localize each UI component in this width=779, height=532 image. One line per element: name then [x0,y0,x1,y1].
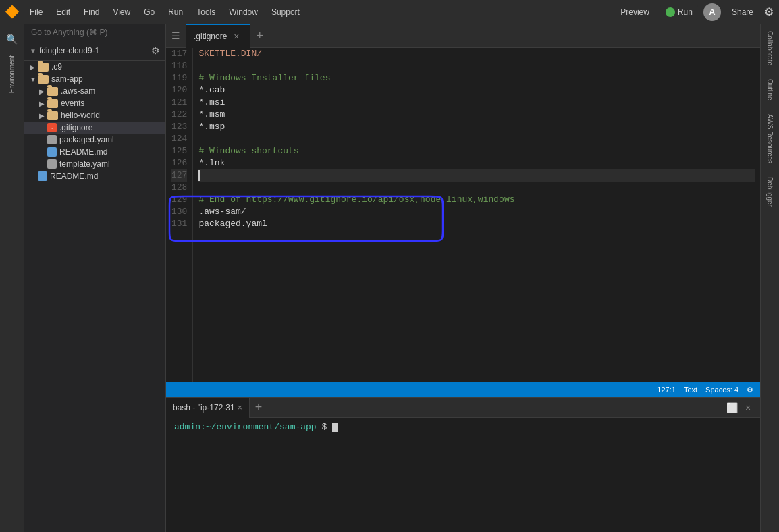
tree-item-label: packaged.yaml [59,135,114,144]
file-tree: ▼ fdingler-cloud9-1 ⚙ ▶ .c9 ▼ sam-app ▶ … [24,24,166,532]
right-sidebar: Collaborate Outline AWS Resources Debugg… [760,24,779,532]
maximize-icon[interactable]: ⬜ [725,401,738,415]
tree-item[interactable]: ▶ events [24,97,165,109]
run-label: Run [678,7,693,17]
menu-edit[interactable]: Edit [51,5,76,20]
run-button[interactable]: Run [660,5,698,20]
terminal-content[interactable]: admin:~/environment/sam-app $ [166,418,760,532]
aws-logo-icon [5,5,19,19]
line-numbers: 117 118 119 120 121 122 123 124 125 126 … [166,48,193,382]
folder-icon [47,87,58,96]
menu-window[interactable]: Window [223,5,263,20]
code-line: .aws-sam/ [198,206,755,218]
menu-support[interactable]: Support [266,5,305,20]
settings-icon[interactable]: ⚙ [747,385,753,394]
share-button[interactable]: Share [726,5,759,20]
tree-item-label: events [61,99,84,108]
tree-item[interactable]: ▶ .c9 [24,61,165,73]
root-readme-file-icon [38,171,47,181]
terminal-tab[interactable]: bash - "ip-172-31 × [166,398,250,418]
terminal-dollar: $ [321,422,332,432]
code-content[interactable]: SKETTLE.DIN/ # Windows Installer files *… [193,48,760,382]
code-line: # Windows Installer files [198,72,755,84]
goto-anything-input[interactable] [28,24,161,41]
collaborate-label[interactable]: Collaborate [766,24,774,72]
code-line [198,182,755,194]
code-line: packaged.yaml [198,218,755,230]
tree-item[interactable]: ▶ hello-world [24,109,165,122]
arrow-icon: ▶ [30,63,38,71]
menu-run[interactable]: Run [163,5,188,20]
terminal-controls: ⬜ × [725,401,760,415]
indent-info: Spaces: 4 [705,385,738,394]
tab-list-icon[interactable]: ☰ [166,30,186,41]
terminal-tab-name: bash - "ip-172-31 [173,403,235,413]
code-line: *.msi [198,97,755,109]
sidebar-panel: 🔍 Environment [0,24,24,532]
tree-item-label: .gitignore [59,123,92,132]
run-status-dot [666,7,675,17]
cursor-line [198,169,755,182]
menu-file[interactable]: File [24,5,48,20]
terminal-area: bash - "ip-172-31 × + ⬜ × admin:~/enviro… [166,397,760,532]
terminal-tab-close-icon[interactable]: × [238,403,242,413]
tree-item[interactable]: packaged.yaml [24,134,165,146]
file-type: Text [684,385,697,394]
tree-item-label: template.yaml [59,159,110,169]
debugger-label[interactable]: Debugger [766,170,774,213]
tab-name: .gitignore [194,32,227,41]
tree-item[interactable]: README.md [24,170,165,182]
aws-resources-label[interactable]: AWS Resources [766,107,774,170]
folder-icon [38,75,49,84]
tree-settings-icon[interactable]: ⚙ [151,45,160,56]
menu-go[interactable]: Go [138,5,160,20]
file-tree-header: ▼ fdingler-cloud9-1 ⚙ [24,41,165,61]
yaml-file-icon [47,135,57,144]
aws-logo[interactable] [5,5,19,19]
environment-label: Environment [8,51,16,97]
search-sidebar-icon[interactable]: 🔍 [3,30,22,49]
code-line [198,60,755,72]
terminal-prompt: admin:~/environment/sam-app [174,422,317,432]
md-file-icon [47,147,57,157]
menu-tools[interactable]: Tools [191,5,221,20]
arrow-icon: ▶ [39,88,47,95]
code-line: # End of https://www.gitignore.io/api/os… [198,194,755,206]
preview-button[interactable]: Preview [615,5,655,20]
code-line [198,133,755,145]
menu-view[interactable]: View [107,5,136,20]
main-layout: 🔍 Environment ▼ fdingler-cloud9-1 ⚙ ▶ .c… [0,24,779,532]
terminal-cursor [332,423,338,432]
add-terminal-tab-button[interactable]: + [250,400,268,415]
tree-item[interactable]: ▶ .aws-sam [24,85,165,97]
code-editor[interactable]: 117 118 119 120 121 122 123 124 125 126 … [166,48,760,382]
gitignore-tab[interactable]: .gitignore × [186,24,250,48]
outline-label[interactable]: Outline [766,72,774,107]
code-line: *.msm [198,109,755,121]
code-line: *.msp [198,121,755,133]
code-line: SKETTLE.DIN/ [198,48,755,60]
tab-close-icon[interactable]: × [231,31,242,42]
tree-item-label: hello-world [61,111,100,120]
right-controls: Preview Run A Share ⚙ [615,3,774,21]
menu-find[interactable]: Find [78,5,105,20]
tree-item[interactable]: template.yaml [24,158,165,170]
close-terminal-icon[interactable]: × [741,401,755,415]
tree-item-label: README.md [50,171,98,181]
tree-item[interactable]: . .gitignore [24,122,165,134]
tree-item[interactable]: ▼ sam-app [24,73,165,85]
code-line: *.lnk [198,157,755,169]
tree-item-label: README.md [59,147,107,157]
tree-item-label: sam-app [51,74,83,84]
settings-icon[interactable]: ⚙ [764,5,774,18]
tree-item-label: .aws-sam [61,86,95,96]
terminal-tab-bar: bash - "ip-172-31 × + ⬜ × [166,398,760,418]
gitignore-file-icon: . [47,123,57,132]
add-tab-button[interactable]: + [250,29,269,43]
menu-bar: File Edit Find View Go Run Tools Window … [0,0,779,24]
tree-item[interactable]: README.md [24,146,165,158]
arrow-icon: ▶ [39,100,47,107]
tree-item-label: .c9 [51,62,62,72]
status-bar: 127:1 Text Spaces: 4 ⚙ [166,382,760,397]
user-avatar[interactable]: A [703,3,721,21]
